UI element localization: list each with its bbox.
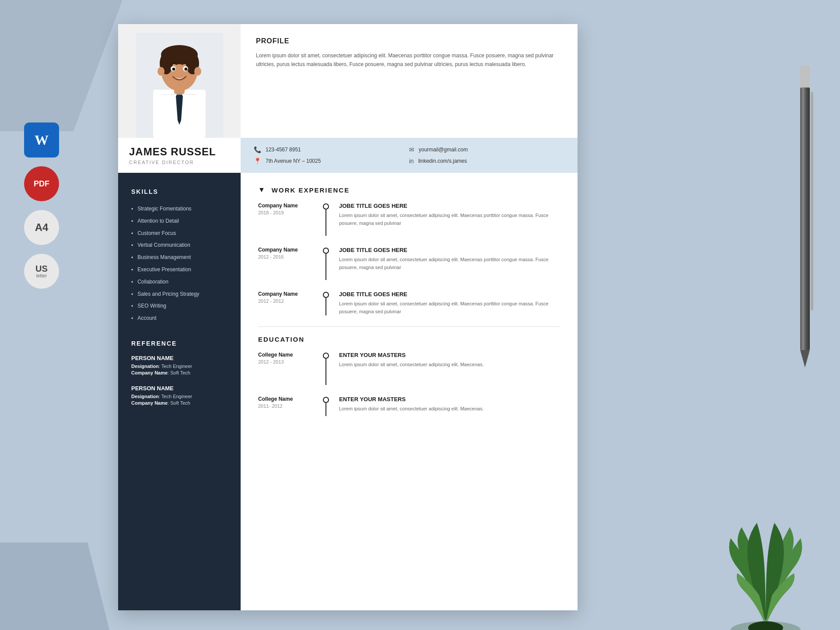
skill-item: SEO Writing [131, 300, 228, 312]
pen-decoration [796, 66, 814, 372]
education-section-title: EDUCATION [258, 336, 560, 343]
timeline-dot-2 [323, 248, 329, 254]
ref-company-2: Company Name: Soft Tech [131, 400, 228, 406]
timeline-right-1: JOBE TITLE GOES HERE Lorem ipsum dolor s… [332, 203, 560, 236]
job-desc-3: Lorem ipsum dolor sit amet, consectetuer… [339, 300, 560, 315]
ref-company-1: Company Name: Soft Tech [131, 370, 228, 375]
bg-decoration-top-left [0, 0, 122, 131]
company-name-2: Company Name [258, 247, 313, 253]
job-desc-2: Lorem ipsum dolor sit amet, consectetuer… [339, 256, 560, 271]
a4-icon-label: A4 [35, 221, 49, 234]
linkedin-text: linkedin.com/s.james [418, 158, 467, 164]
timeline-left-3: Company Name 2012 - 2012 [258, 291, 319, 315]
job-title-1: JOBE TITLE GOES HERE [339, 203, 560, 209]
degree-title-2: ENTER YOUR MASTERS [339, 396, 560, 402]
name-section: JAMES RUSSEL CREATIVE DIRECTOR [118, 146, 241, 165]
contact-col-left: 📞 123-4567 8951 📍 7th Avenue NY – 10025 [254, 146, 409, 164]
person-title: CREATIVE DIRECTOR [129, 160, 230, 165]
timeline-right-3: JOBE TITLE GOES HERE Lorem ipsum dolor s… [332, 291, 560, 315]
word-icon-letter: W [35, 133, 49, 147]
us-icon-sublabel: letter [36, 273, 47, 278]
plant-decoration [700, 455, 831, 630]
skill-item: Account [131, 312, 228, 325]
college-years-1: 2012 - 2013 [258, 359, 313, 364]
main-content: ▼ WORK EXPERIENCE Company Name 2018 - 20… [241, 173, 578, 610]
email-text: yourmail@gmail.com [419, 147, 468, 153]
timeline-dot-col-1 [319, 203, 332, 236]
reference-person-2: PERSON NAME Designation: Tech Engineer C… [131, 385, 228, 406]
edu-dot-col-1 [319, 352, 332, 385]
edu-line-2 [326, 403, 326, 416]
ref-designation-label-1: Designation [131, 364, 159, 369]
contact-col-right: ✉ yourmail@gmail.com in linkedin.com/s.j… [409, 146, 564, 164]
person-photo [136, 33, 223, 138]
ref-designation-1: Designation: Tech Engineer [131, 364, 228, 369]
resume-header: PROFILE Lorem ipsum dolor sit amet, cons… [118, 24, 578, 138]
linkedin-icon: in [409, 158, 414, 164]
timeline-dot-1 [323, 203, 329, 210]
work-experience-header: ▼ WORK EXPERIENCE [258, 186, 560, 194]
timeline-dot-col-2 [319, 247, 332, 280]
college-name-1: College Name [258, 352, 313, 358]
edu-timeline-item-2: College Name 2011- 2012 ENTER YOUR MASTE… [258, 396, 560, 416]
section-divider [258, 326, 560, 327]
contact-email: ✉ yourmail@gmail.com [409, 146, 564, 153]
ref-company-label-2: Company Name [131, 400, 168, 406]
phone-icon: 📞 [254, 146, 261, 153]
pdf-icon-label: PDF [34, 180, 49, 188]
education-section: EDUCATION College Name 2012 - 2013 [258, 336, 560, 416]
skill-item: Executive Presentation [131, 264, 228, 276]
profile-text: Lorem ipsum dolor sit amet, consectetuer… [256, 51, 562, 69]
profile-section: PROFILE Lorem ipsum dolor sit amet, cons… [241, 24, 578, 138]
us-format-icon[interactable]: US letter [24, 254, 59, 289]
timeline-line-2 [326, 254, 326, 280]
skills-section-title: SKILLS [131, 188, 228, 195]
a4-format-icon[interactable]: A4 [24, 210, 59, 245]
skill-item: Sales and Pricing Strategy [131, 288, 228, 301]
ref-name-2: PERSON NAME [131, 385, 228, 392]
college-name-2: College Name [258, 396, 313, 402]
skill-item: Business Management [131, 252, 228, 264]
timeline-left-2: Company Name 2012 - 2016 [258, 247, 319, 280]
work-experience-title: WORK EXPERIENCE [272, 186, 350, 194]
resume-body: SKILLS Strategic Fomentations Attention … [118, 173, 578, 610]
contact-address: 📍 7th Avenue NY – 10025 [254, 158, 409, 164]
skill-item: Strategic Fomentations [131, 203, 228, 215]
phone-number: 123-4567 8951 [266, 147, 301, 153]
skill-item: Customer Focus [131, 228, 228, 240]
education-timeline: College Name 2012 - 2013 ENTER YOUR MAST… [258, 352, 560, 416]
degree-desc-1: Lorem ipsum dolor sit amet, consectetuer… [339, 361, 560, 369]
job-desc-1: Lorem ipsum dolor sit amet, consectetuer… [339, 212, 560, 227]
resume-document: PROFILE Lorem ipsum dolor sit amet, cons… [118, 24, 578, 610]
us-icon-label: US [35, 264, 48, 273]
work-experience-timeline: Company Name 2018 - 2019 JOBE TITLE GOES… [258, 203, 560, 315]
company-years-1: 2018 - 2019 [258, 210, 313, 215]
svg-point-14 [172, 68, 175, 71]
location-icon: 📍 [254, 158, 261, 164]
header-photo-section [118, 24, 241, 138]
bg-decoration-bottom-left [0, 542, 109, 630]
timeline-line-3 [326, 298, 326, 315]
skill-item: Verbal Communication [131, 239, 228, 252]
word-format-icon[interactable]: W [24, 122, 59, 158]
skill-item: Attention to Detail [131, 215, 228, 228]
company-name-1: Company Name [258, 203, 313, 209]
edu-dot-2 [323, 397, 329, 403]
svg-point-17 [194, 67, 201, 76]
job-title-3: JOBE TITLE GOES HERE [339, 291, 560, 298]
timeline-item-3: Company Name 2012 - 2012 JOBE TITLE GOES… [258, 291, 560, 315]
company-years-2: 2012 - 2016 [258, 254, 313, 259]
company-name-3: Company Name [258, 291, 313, 297]
pdf-format-icon[interactable]: PDF [24, 166, 59, 201]
profile-section-title: PROFILE [256, 37, 562, 45]
email-icon: ✉ [409, 146, 414, 153]
reference-section-title: REFERENCE [131, 340, 228, 347]
timeline-item-2: Company Name 2012 - 2016 JOBE TITLE GOES… [258, 247, 560, 280]
timeline-dot-3 [323, 292, 329, 298]
svg-point-16 [158, 67, 164, 76]
timeline-dot-col-3 [319, 291, 332, 315]
ref-designation-2: Designation: Tech Engineer [131, 394, 228, 399]
edu-timeline-left-1: College Name 2012 - 2013 [258, 352, 319, 385]
contact-bar: 📞 123-4567 8951 📍 7th Avenue NY – 10025 … [241, 138, 578, 173]
job-title-2: JOBE TITLE GOES HERE [339, 247, 560, 253]
